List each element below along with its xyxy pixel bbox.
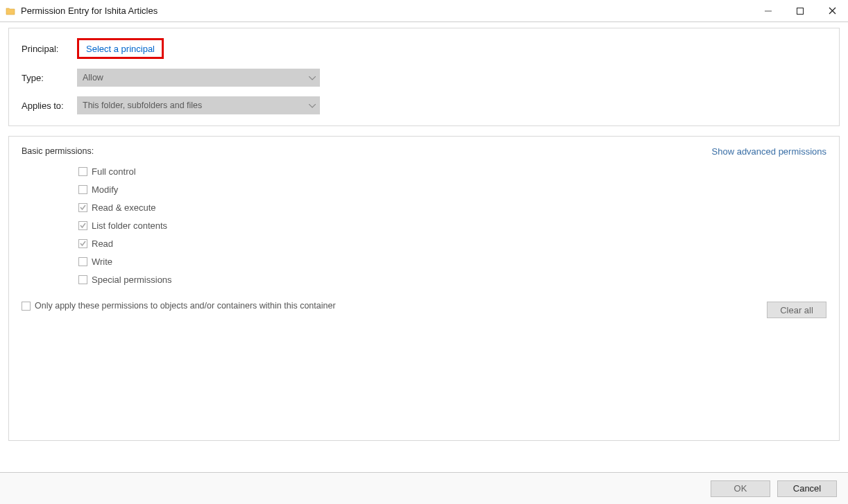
permission-item: Read & execute	[78, 198, 826, 216]
dialog-footer: OK Cancel	[0, 472, 848, 504]
only-apply-label: Only apply these permissions to objects …	[35, 301, 336, 311]
cancel-button[interactable]: Cancel	[777, 480, 837, 497]
permission-checkbox[interactable]	[78, 257, 87, 266]
permission-checkbox[interactable]	[78, 167, 87, 176]
permission-checkbox[interactable]	[78, 185, 87, 194]
type-dropdown[interactable]: Allow	[77, 69, 320, 87]
permission-checkbox[interactable]	[78, 239, 87, 248]
permission-checkbox[interactable]	[78, 275, 87, 284]
chevron-down-icon	[309, 101, 316, 110]
permission-label: Modify	[92, 184, 118, 195]
permission-checkbox[interactable]	[78, 203, 87, 212]
window-controls	[752, 0, 848, 22]
permission-item: List folder contents	[78, 216, 826, 234]
principal-label: Principal:	[22, 44, 77, 54]
folder-icon	[6, 6, 15, 16]
select-principal-link[interactable]: Select a principal	[79, 41, 162, 57]
permission-label: Read & execute	[92, 202, 156, 213]
permission-checkbox[interactable]	[78, 221, 87, 230]
permission-item: Write	[78, 252, 826, 270]
show-advanced-link[interactable]: Show advanced permissions	[712, 146, 826, 157]
permission-item: Special permissions	[78, 270, 826, 288]
principal-panel: Principal: Select a principal Type: Allo…	[8, 28, 840, 126]
permissions-list: Full controlModifyRead & executeList fol…	[78, 162, 826, 288]
minimize-button[interactable]	[752, 0, 784, 22]
permission-item: Read	[78, 234, 826, 252]
permission-label: Read	[92, 238, 113, 249]
ok-button[interactable]: OK	[711, 480, 770, 497]
svg-rect-1	[797, 8, 804, 14]
permission-label: Special permissions	[92, 275, 172, 285]
permissions-panel: Basic permissions: Show advanced permiss…	[8, 136, 840, 441]
permission-label: Full control	[92, 166, 136, 177]
permission-item: Modify	[78, 180, 826, 198]
permission-item: Full control	[78, 162, 826, 180]
basic-permissions-heading: Basic permissions:	[22, 146, 94, 157]
highlight-annotation: Select a principal	[77, 38, 164, 59]
titlebar: Permission Entry for Ishita Articles	[0, 0, 848, 22]
applies-to-dropdown[interactable]: This folder, subfolders and files	[77, 96, 320, 114]
only-apply-checkbox[interactable]	[22, 302, 31, 311]
permission-label: List folder contents	[92, 220, 167, 231]
permission-label: Write	[92, 257, 112, 267]
clear-all-button[interactable]: Clear all	[767, 302, 826, 318]
applies-to-value: This folder, subfolders and files	[83, 101, 202, 110]
maximize-button[interactable]	[784, 0, 816, 22]
type-label: Type:	[22, 73, 77, 83]
type-value: Allow	[83, 73, 103, 82]
applies-to-label: Applies to:	[22, 101, 77, 111]
close-button[interactable]	[816, 0, 848, 22]
window-title: Permission Entry for Ishita Articles	[21, 6, 158, 16]
chevron-down-icon	[309, 73, 316, 82]
